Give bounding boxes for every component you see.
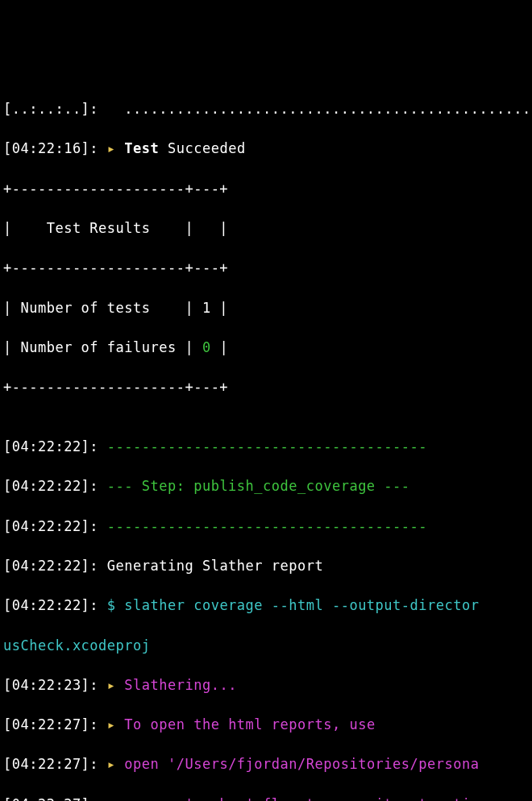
table-border: +--------------------+---+ [3,258,529,278]
test-label: Test [116,140,160,156]
test-status: Succeeded [159,140,245,156]
slather-message: open '/Users/fjordan/Repositories/person… [116,756,480,772]
timestamp: [04:22:27]: [3,716,107,733]
terminal-output[interactable]: [..:..:..]: ............................… [0,80,532,801]
table-row: | Number of failures | 0 | [3,338,529,358]
slather-message: Slathering... [116,677,237,693]
step-header: --- Step: publish_code_coverage --- [107,478,410,494]
timestamp: [04:22:23]: [3,677,107,693]
arrow-icon: ▸ [107,716,116,733]
timestamp: [04:22:22]: [3,518,107,534]
arrow-icon: ▸ [98,140,115,156]
divider: ------------------------------------- [107,518,427,534]
slather-message: or use '--show' flag to open it automati… [116,796,480,801]
log-line-cutoff: [..:..:..]: ............................… [3,101,532,117]
timestamp: [04:22:16]: [3,140,98,156]
command-text: $ slather coverage --html --output-direc… [107,597,480,613]
timestamp: [04:22:22]: [3,438,107,454]
arrow-icon: ▸ [107,756,116,772]
timestamp: [04:22:22]: [3,597,107,613]
timestamp: [04:22:27]: [3,756,107,772]
table-row: | Number of tests | 1 | [3,298,529,318]
arrow-icon: ▸ [107,677,116,693]
slather-message: To open the html reports, use [116,716,376,733]
table-border: +--------------------+---+ [3,179,529,199]
failures-count: 0 [202,339,211,355]
timestamp: [04:22:22]: [3,478,107,494]
timestamp: [04:22:22]: [3,558,107,574]
timestamp: [04:22:27]: [3,796,107,801]
log-message: Generating Slather report [107,558,323,574]
divider: ------------------------------------- [107,438,427,454]
arrow-icon: ▸ [107,796,116,801]
command-continuation: usCheck.xcodeproj [3,636,529,656]
table-title: | Test Results | | [3,218,529,239]
table-border: +--------------------+---+ [3,377,529,397]
